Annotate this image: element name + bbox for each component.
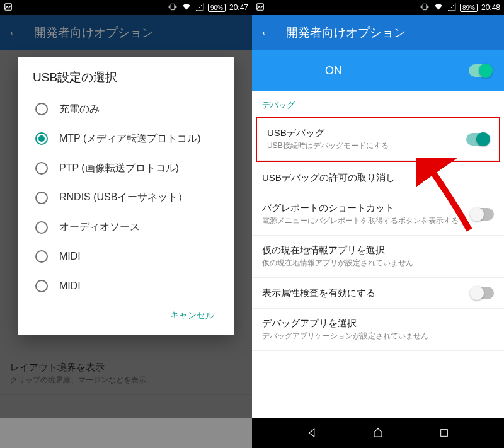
status-bar: 90% 20:47 [0,0,252,15]
radio-option-1[interactable]: MTP (メディア転送プロトコル) [33,124,228,154]
toggle-switch[interactable] [471,287,494,299]
usb-config-dialog: USB設定の選択 充電のみMTP (メディア転送プロトコル)PTP (画像転送プ… [18,57,234,335]
setting-title: 仮の現在地情報アプリを選択 [262,244,494,256]
cancel-button[interactable]: キャンセル [164,305,220,326]
radio-icon [35,103,48,115]
toggle-switch[interactable] [466,133,489,146]
setting-item-0[interactable]: USBデバッグUSB接続時はデバッグモードにする [257,118,499,161]
wifi-icon [433,3,444,13]
master-toggle-row[interactable]: ON [252,50,504,91]
setting-item-5[interactable]: デバッグアプリを選択デバッグアプリケーションが設定されていません [252,309,504,351]
right-screen: 89% 20:48 ← 開発者向けオプション ON デバッグ USBデバッグUS… [252,0,504,448]
svg-rect-0 [5,3,12,10]
master-toggle-label: ON [325,64,342,78]
svg-rect-5 [441,430,448,437]
toggle-switch[interactable] [471,208,494,221]
svg-rect-1 [171,4,175,9]
radio-icon [35,221,48,234]
svg-rect-4 [423,4,427,9]
status-bar: 89% 20:48 [252,0,504,15]
setting-item-1[interactable]: USBデバッグの許可の取り消し [252,163,504,193]
setting-title: USBデバッグ [267,127,466,139]
radio-label: オーディオソース [59,221,140,234]
nav-bar [252,418,504,448]
radio-icon [35,132,48,145]
image-icon [256,3,265,13]
setting-item-3[interactable]: 仮の現在地情報アプリを選択仮の現在地情報アプリが設定されていません [252,236,504,278]
clock: 20:48 [481,3,500,12]
setting-subtitle: デバッグアプリケーションが設定されていません [262,331,494,342]
dialog-title: USB設定の選択 [33,69,228,86]
battery-indicator: 90% [208,4,226,12]
signal-icon [447,3,456,13]
radio-icon [35,280,48,292]
setting-title: バグレポートのショートカット [262,202,471,214]
radio-label: PTP (画像転送プロトコル) [59,162,179,175]
setting-item-2[interactable]: バグレポートのショートカット電源メニューにバグレポートを取得するボタンを表示する [252,193,504,236]
radio-option-2[interactable]: PTP (画像転送プロトコル) [33,154,228,183]
radio-label: MTP (メディア転送プロトコル) [59,132,201,146]
radio-icon [35,192,48,204]
nav-back-icon[interactable] [306,427,318,439]
radio-option-4[interactable]: オーディオソース [33,212,228,242]
left-screen: 90% 20:47 ← 開発者向けオプション レイアウト境界を表示 クリップの境… [0,0,252,448]
signal-icon [195,3,204,13]
settings-content: デバッグ USBデバッグUSB接続時はデバッグモードにするUSBデバッグの許可の… [252,91,504,418]
svg-rect-3 [257,3,264,10]
radio-label: 充電のみ [59,103,100,116]
image-icon [4,3,13,13]
setting-subtitle: 電源メニューにバグレポートを取得するボタンを表示する [262,215,471,226]
radio-label: RNDIS (USBイーサネット） [59,191,188,204]
radio-icon [35,162,48,175]
radio-list: 充電のみMTP (メディア転送プロトコル)PTP (画像転送プロトコル)RNDI… [33,95,228,301]
clock: 20:47 [229,3,248,12]
setting-title: デバッグアプリを選択 [262,318,494,330]
radio-option-6[interactable]: MIDI [33,272,228,301]
setting-title: USBデバッグの許可の取り消し [262,172,494,184]
setting-title: 表示属性検査を有効にする [262,287,471,299]
setting-subtitle: 仮の現在地情報アプリが設定されていません [262,258,494,268]
radio-option-0[interactable]: 充電のみ [33,95,228,124]
vibrate-icon [168,3,178,13]
wifi-icon [181,3,192,13]
radio-label: MIDI [59,280,81,293]
battery-indicator: 89% [460,4,478,12]
nav-recent-icon[interactable] [438,427,450,439]
setting-subtitle: USB接続時はデバッグモードにする [267,141,466,151]
master-toggle[interactable] [469,64,491,77]
radio-option-3[interactable]: RNDIS (USBイーサネット） [33,183,228,212]
radio-icon [35,250,48,263]
radio-option-5[interactable]: MIDI [33,242,228,272]
section-label: デバッグ [252,91,504,116]
setting-item-4[interactable]: 表示属性検査を有効にする [252,278,504,309]
page-title: 開発者向けオプション [286,25,406,41]
back-icon[interactable]: ← [260,25,273,41]
app-header: ← 開発者向けオプション [252,15,504,50]
vibrate-icon [420,3,430,13]
radio-label: MIDI [59,250,81,263]
nav-home-icon[interactable] [372,427,384,439]
